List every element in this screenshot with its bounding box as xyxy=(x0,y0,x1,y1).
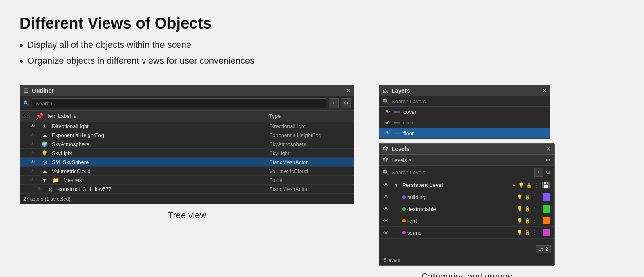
outliner-panel: ☰ Outliner ✕ 🔍 + ⚙ 👁 📌 Item Label xyxy=(20,85,354,204)
eye-icon[interactable]: 👁 xyxy=(383,218,391,224)
eye-icon[interactable]: 👁 xyxy=(28,150,37,156)
layer-name: floor xyxy=(403,130,546,136)
eye-icon[interactable]: 👁 xyxy=(383,206,391,212)
row-type-icon: ◎ xyxy=(47,186,55,192)
list-item[interactable]: 👁 ➖ door xyxy=(379,117,550,128)
list-item[interactable]: 👁 ➖ floor xyxy=(379,128,550,139)
outliner-titlebar: ☰ Outliner ✕ xyxy=(20,85,354,96)
level-color-swatch xyxy=(543,193,550,201)
level-icons: 💡 🔒 ⋮ xyxy=(517,194,537,200)
folder-icon: 📁 xyxy=(52,177,60,183)
level-icons: 💡 🔒 ⋮ xyxy=(517,218,537,224)
levels-add-button[interactable]: + xyxy=(534,168,543,177)
layers-search-icon: 🔍 xyxy=(383,98,389,104)
level-icons: 💡 🔒 ⋮ xyxy=(518,182,539,188)
level-color-swatch xyxy=(543,217,550,224)
list-item[interactable]: 👁 building 💡 🔒 ⋮ xyxy=(379,191,554,203)
row-type-icon: ◎ xyxy=(40,159,49,165)
level-name: building xyxy=(407,194,513,200)
eye-icon[interactable]: 👁 xyxy=(35,186,44,192)
levels-close-button[interactable]: ✕ xyxy=(546,146,551,152)
table-row[interactable]: 👁 ◎ construct_3_1_low577 StaticMeshActor xyxy=(20,185,354,194)
eye-icon[interactable]: 👁 xyxy=(383,182,391,188)
row-type-icon: ☁ xyxy=(40,132,49,138)
level-color-swatch xyxy=(543,205,550,213)
outliner-rows: 👁 ☀ DirectionalLight DirectionalLight 👁 … xyxy=(20,122,354,194)
levels-titlebar: 🗺 Levels ✕ xyxy=(379,144,554,155)
bulb-icon: 💡 xyxy=(517,230,523,235)
outliner-close-button[interactable]: ✕ xyxy=(346,87,351,94)
levels-edit-button[interactable]: ✏ xyxy=(546,157,551,163)
row-type: DirectionalLight xyxy=(269,123,351,129)
eye-icon[interactable]: 👁 xyxy=(383,194,391,200)
layers-close-button[interactable]: ✕ xyxy=(542,87,547,94)
outliner-toolbar: 🔍 + ⚙ xyxy=(20,96,354,111)
eye-icon[interactable]: 👁 xyxy=(28,132,37,138)
col-eye-header: 👁 xyxy=(23,113,32,120)
bulb-icon: 💡 xyxy=(518,182,524,188)
col-type-header: Type xyxy=(269,113,351,119)
list-item[interactable]: 👁 ➖ cover xyxy=(379,107,550,117)
eye-icon[interactable]: 👁 xyxy=(28,177,37,183)
row-type-icon: 💡 xyxy=(40,150,49,156)
bullet-1: Display all of the objects within the sc… xyxy=(20,40,624,51)
eye-icon[interactable]: 👁 xyxy=(28,168,37,174)
layers-panel: 🗂 Layers ✕ 🔍 👁 ➖ cover xyxy=(379,85,550,139)
right-panels: 🗂 Layers ✕ 🔍 👁 ➖ cover xyxy=(379,85,555,266)
eye-icon[interactable]: 👁 xyxy=(28,141,37,147)
levels-dropdown-button[interactable]: Levels ▾ xyxy=(392,157,412,163)
grid-icon: ⋮ xyxy=(532,206,537,212)
row-type-icon: ☁ xyxy=(40,168,49,174)
table-row[interactable]: 👁 ☁ VolumetricCloud VolumetricCloud xyxy=(20,167,354,176)
eye-icon[interactable]: 👁 xyxy=(383,109,391,115)
eye-icon[interactable]: 👁 xyxy=(383,230,391,236)
eye-icon[interactable]: 👁 xyxy=(383,120,391,126)
table-row[interactable]: 👁 ▼ 📁 Meshes Folder xyxy=(20,176,354,185)
row-type-icon: ☀ xyxy=(40,123,49,129)
row-type: StaticMeshActor xyxy=(269,186,351,192)
level-icons: 💡 🔒 ⋮ xyxy=(517,230,537,235)
row-type: StaticMeshActor xyxy=(269,159,351,165)
grid-icon: ⋮ xyxy=(534,182,539,188)
row-label: VolumetricCloud xyxy=(52,168,266,174)
row-type: SkyAtmosphere xyxy=(269,141,351,147)
levels-search-icon: 🔍 xyxy=(383,169,389,175)
grid-icon: ⋮ xyxy=(532,218,537,224)
save-icon: 💾 xyxy=(542,181,550,189)
categories-label: Categories and groups xyxy=(421,271,513,277)
list-item[interactable]: 👁 destructable 💡 🔒 ⋮ xyxy=(379,203,554,215)
row-type: SkyLight xyxy=(269,150,351,156)
layers-search-input[interactable] xyxy=(392,98,547,104)
levels-search-input[interactable] xyxy=(392,169,532,175)
layer-arrow-icon: ➖ xyxy=(394,109,400,115)
right-panels-col: 🗂 Layers ✕ 🔍 👁 ➖ cover xyxy=(379,85,555,277)
outliner-add-button[interactable]: + xyxy=(329,98,339,108)
row-label: construct_3_1_low577 xyxy=(58,186,266,192)
levels-gear-icon[interactable]: ⚙ xyxy=(546,169,551,175)
eye-icon[interactable]: 👁 xyxy=(28,123,37,129)
eye-icon[interactable]: 👁 xyxy=(383,130,391,136)
level-color-dot xyxy=(402,231,406,234)
chevron-down-icon: ▾ xyxy=(409,157,412,163)
table-row[interactable]: 👁 ◎ SM_SkySphere StaticMeshActor xyxy=(20,158,354,167)
lock-icon: 🔒 xyxy=(524,218,530,224)
expand-icon[interactable]: ▼ xyxy=(394,183,399,188)
table-row[interactable]: 👁 🌍 SkyAtmosphere SkyAtmosphere xyxy=(20,140,354,149)
layers-search-row: 🔍 xyxy=(379,96,550,107)
layer-arrow-icon: ➖ xyxy=(394,131,400,136)
eye-icon[interactable]: 👁 xyxy=(28,159,37,165)
outliner-search-input[interactable] xyxy=(32,98,326,108)
table-row[interactable]: 👁 ☀ DirectionalLight DirectionalLight xyxy=(20,122,354,131)
table-row[interactable]: 👁 💡 SkyLight SkyLight xyxy=(20,149,354,158)
level-name: Persistent Level xyxy=(402,182,512,188)
layer-name: door xyxy=(403,120,546,126)
bullet-2: Organize objects in different views for … xyxy=(20,55,624,67)
levels-titlebar-icon: 🗺 xyxy=(383,146,388,152)
list-item[interactable]: 👁 sound 💡 🔒 ⋮ xyxy=(379,227,554,239)
list-item[interactable]: 👁 ▼ Persistent Level ● 💡 🔒 ⋮ 💾 xyxy=(379,179,554,191)
bullet-list: Display all of the objects within the sc… xyxy=(20,40,624,71)
list-item[interactable]: 👁 light 💡 🔒 ⋮ xyxy=(379,215,554,227)
table-row[interactable]: 👁 ☁ ExponentialHeightFog ExponentialHeig… xyxy=(20,131,354,140)
bulb-icon: 💡 xyxy=(517,206,523,212)
outliner-settings-button[interactable]: ⚙ xyxy=(341,98,351,108)
